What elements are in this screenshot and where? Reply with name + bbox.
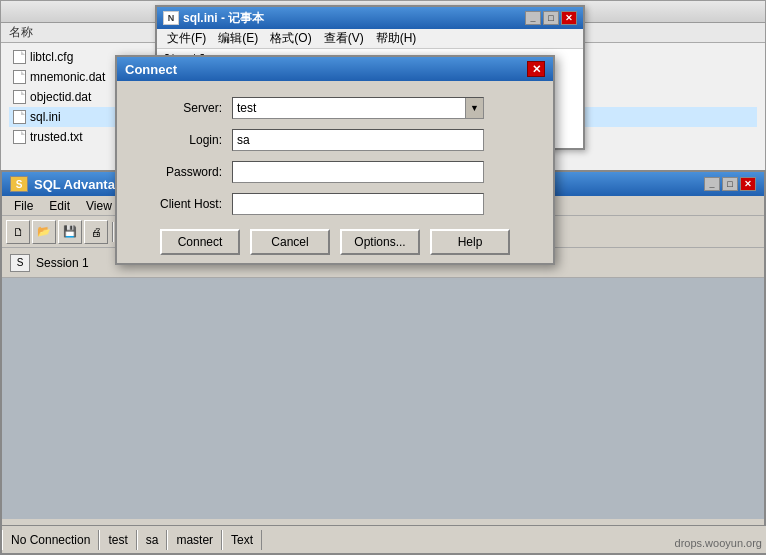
status-server: test: [99, 530, 136, 550]
status-mode: Text: [222, 530, 262, 550]
sql-app-icon: S: [10, 176, 28, 192]
notepad-titlebar: N sql.ini - 记事本 _ □ ✕: [157, 7, 583, 29]
toolbar-save-button[interactable]: 💾: [58, 220, 82, 244]
login-row: Login:: [137, 129, 533, 151]
file-name: objectid.dat: [30, 90, 91, 104]
dialog-titlebar: Connect ✕: [117, 57, 553, 81]
maximize-button[interactable]: □: [543, 11, 559, 25]
sql-minimize-button[interactable]: _: [704, 177, 720, 191]
file-icon: [13, 50, 26, 64]
col-name: 名称: [1, 24, 181, 41]
sql-maximize-button[interactable]: □: [722, 177, 738, 191]
connect-dialog: Connect ✕ Server: test ▼ Login: Password…: [115, 55, 555, 265]
connect-button[interactable]: Connect: [160, 229, 240, 255]
toolbar-open-button[interactable]: 📂: [32, 220, 56, 244]
menu-help[interactable]: 帮助(H): [370, 30, 423, 47]
menu-view[interactable]: 查看(V): [318, 30, 370, 47]
login-label: Login:: [137, 133, 222, 147]
toolbar-sep-1: [112, 222, 114, 242]
notepad-app-icon: N: [163, 11, 179, 25]
server-dropdown[interactable]: test ▼: [232, 97, 484, 119]
password-label: Password:: [137, 165, 222, 179]
client-host-label: Client Host:: [137, 197, 222, 211]
menu-view[interactable]: View: [78, 197, 120, 215]
status-connection: No Connection: [2, 530, 99, 550]
menu-file[interactable]: 文件(F): [161, 30, 212, 47]
sql-main-area: [2, 278, 764, 519]
watermark: drops.wooyun.org: [675, 537, 762, 549]
menu-file[interactable]: File: [6, 197, 41, 215]
file-icon: [13, 110, 26, 124]
dialog-close-button[interactable]: ✕: [527, 61, 545, 77]
client-host-row: Client Host:: [137, 193, 533, 215]
server-label: Server:: [137, 101, 222, 115]
file-name: trusted.txt: [30, 130, 83, 144]
menu-format[interactable]: 格式(O): [264, 30, 317, 47]
sql-window-controls: _ □ ✕: [704, 177, 756, 191]
session-label: Session 1: [36, 256, 89, 270]
login-input[interactable]: [232, 129, 484, 151]
file-name: sql.ini: [30, 110, 61, 124]
notepad-title: sql.ini - 记事本: [183, 10, 264, 27]
server-value: test: [237, 101, 256, 115]
options-button[interactable]: Options...: [340, 229, 420, 255]
file-icon: [13, 90, 26, 104]
minimize-button[interactable]: _: [525, 11, 541, 25]
server-row: Server: test ▼: [137, 97, 533, 119]
notepad-menubar: 文件(F) 编辑(E) 格式(O) 查看(V) 帮助(H): [157, 29, 583, 49]
notepad-controls: _ □ ✕: [525, 11, 577, 25]
session-icon: S: [10, 254, 30, 272]
menu-edit[interactable]: Edit: [41, 197, 78, 215]
dialog-title: Connect: [125, 62, 177, 77]
file-icon: [13, 130, 26, 144]
client-host-input[interactable]: [232, 193, 484, 215]
status-database: master: [167, 530, 222, 550]
dialog-body: Server: test ▼ Login: Password: Client H…: [117, 81, 553, 265]
dialog-buttons: Connect Cancel Options... Help: [137, 229, 533, 255]
file-icon: [13, 70, 26, 84]
file-name: mnemonic.dat: [30, 70, 105, 84]
menu-edit[interactable]: 编辑(E): [212, 30, 264, 47]
password-input[interactable]: [232, 161, 484, 183]
file-name: libtcl.cfg: [30, 50, 73, 64]
cancel-button[interactable]: Cancel: [250, 229, 330, 255]
chevron-down-icon: ▼: [465, 98, 483, 118]
password-row: Password:: [137, 161, 533, 183]
toolbar-new-button[interactable]: 🗋: [6, 220, 30, 244]
status-bar: No Connection test sa master Text drops.…: [2, 525, 766, 553]
toolbar-print-button[interactable]: 🖨: [84, 220, 108, 244]
sql-close-button[interactable]: ✕: [740, 177, 756, 191]
help-button[interactable]: Help: [430, 229, 510, 255]
close-button[interactable]: ✕: [561, 11, 577, 25]
status-login: sa: [137, 530, 168, 550]
